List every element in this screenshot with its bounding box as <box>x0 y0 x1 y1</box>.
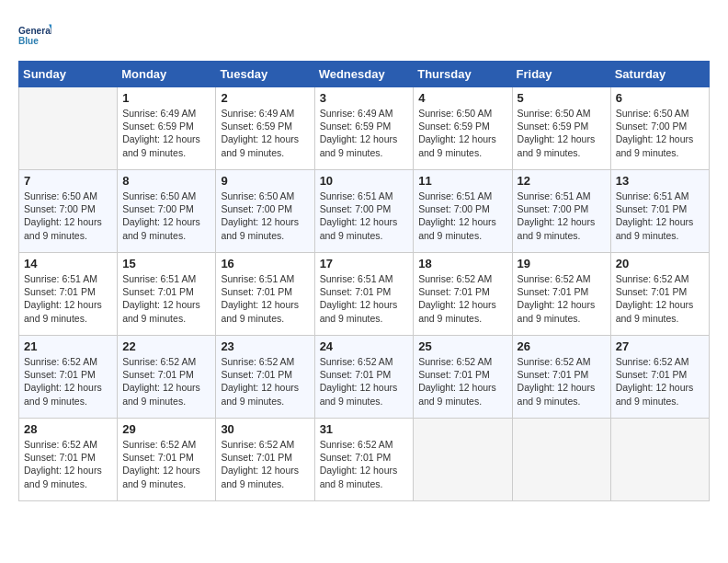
day-info: Sunrise: 6:51 AM Sunset: 7:01 PM Dayligh… <box>122 272 210 325</box>
calendar-cell <box>512 419 610 501</box>
day-info: Sunrise: 6:52 AM Sunset: 7:01 PM Dayligh… <box>418 355 506 408</box>
calendar-cell: 12Sunrise: 6:51 AM Sunset: 7:00 PM Dayli… <box>512 170 610 253</box>
day-number: 29 <box>122 422 210 436</box>
day-number: 5 <box>518 91 606 105</box>
calendar-cell: 7Sunrise: 6:50 AM Sunset: 7:00 PM Daylig… <box>19 170 118 253</box>
calendar-cell <box>19 87 118 170</box>
day-number: 30 <box>221 422 309 436</box>
day-info: Sunrise: 6:52 AM Sunset: 7:01 PM Dayligh… <box>518 355 606 408</box>
calendar-cell: 20Sunrise: 6:52 AM Sunset: 7:01 PM Dayli… <box>610 253 709 336</box>
col-header-wednesday: Wednesday <box>314 62 414 87</box>
day-info: Sunrise: 6:52 AM Sunset: 7:01 PM Dayligh… <box>320 355 409 408</box>
day-info: Sunrise: 6:49 AM Sunset: 6:59 PM Dayligh… <box>320 107 409 159</box>
col-header-friday: Friday <box>512 62 610 87</box>
col-header-monday: Monday <box>118 62 216 87</box>
day-info: Sunrise: 6:50 AM Sunset: 6:59 PM Dayligh… <box>418 107 506 159</box>
day-number: 22 <box>122 339 210 353</box>
logo: General Blue <box>18 18 51 52</box>
day-info: Sunrise: 6:49 AM Sunset: 6:59 PM Dayligh… <box>122 107 210 159</box>
calendar-cell: 16Sunrise: 6:51 AM Sunset: 7:01 PM Dayli… <box>216 253 314 336</box>
day-number: 3 <box>320 91 409 105</box>
calendar-cell: 6Sunrise: 6:50 AM Sunset: 7:00 PM Daylig… <box>610 87 709 170</box>
calendar-cell <box>414 419 512 501</box>
day-info: Sunrise: 6:50 AM Sunset: 6:59 PM Dayligh… <box>518 107 606 159</box>
day-number: 6 <box>616 91 704 105</box>
calendar-cell: 3Sunrise: 6:49 AM Sunset: 6:59 PM Daylig… <box>314 87 414 170</box>
calendar-cell: 22Sunrise: 6:52 AM Sunset: 7:01 PM Dayli… <box>118 336 216 419</box>
day-info: Sunrise: 6:52 AM Sunset: 7:01 PM Dayligh… <box>122 355 210 408</box>
calendar-cell: 19Sunrise: 6:52 AM Sunset: 7:01 PM Dayli… <box>512 253 610 336</box>
calendar-cell: 28Sunrise: 6:52 AM Sunset: 7:01 PM Dayli… <box>19 419 118 501</box>
calendar-cell: 24Sunrise: 6:52 AM Sunset: 7:01 PM Dayli… <box>314 336 414 419</box>
day-number: 18 <box>418 257 506 270</box>
col-header-tuesday: Tuesday <box>216 62 314 87</box>
page-header: General Blue <box>18 18 710 52</box>
day-number: 20 <box>616 257 704 270</box>
day-info: Sunrise: 6:52 AM Sunset: 7:01 PM Dayligh… <box>122 438 210 490</box>
day-number: 10 <box>320 174 409 188</box>
day-number: 25 <box>418 339 506 353</box>
day-number: 23 <box>221 339 309 353</box>
logo-svg: General Blue <box>18 18 51 52</box>
calendar-cell: 8Sunrise: 6:50 AM Sunset: 7:00 PM Daylig… <box>118 170 216 253</box>
day-info: Sunrise: 6:51 AM Sunset: 7:00 PM Dayligh… <box>518 190 606 242</box>
day-number: 28 <box>24 422 112 436</box>
calendar-week-2: 7Sunrise: 6:50 AM Sunset: 7:00 PM Daylig… <box>19 170 710 253</box>
day-info: Sunrise: 6:51 AM Sunset: 7:01 PM Dayligh… <box>320 272 409 325</box>
calendar-cell: 25Sunrise: 6:52 AM Sunset: 7:01 PM Dayli… <box>414 336 512 419</box>
day-number: 13 <box>616 174 704 188</box>
day-info: Sunrise: 6:52 AM Sunset: 7:01 PM Dayligh… <box>24 355 112 408</box>
day-number: 16 <box>221 257 309 270</box>
calendar-cell: 17Sunrise: 6:51 AM Sunset: 7:01 PM Dayli… <box>314 253 414 336</box>
col-header-saturday: Saturday <box>610 62 709 87</box>
day-number: 31 <box>320 422 409 436</box>
day-number: 24 <box>320 339 409 353</box>
day-info: Sunrise: 6:51 AM Sunset: 7:00 PM Dayligh… <box>320 190 409 242</box>
day-info: Sunrise: 6:52 AM Sunset: 7:01 PM Dayligh… <box>418 272 506 325</box>
calendar-cell: 9Sunrise: 6:50 AM Sunset: 7:00 PM Daylig… <box>216 170 314 253</box>
col-header-sunday: Sunday <box>19 62 118 87</box>
day-info: Sunrise: 6:51 AM Sunset: 7:01 PM Dayligh… <box>24 272 112 325</box>
calendar-week-3: 14Sunrise: 6:51 AM Sunset: 7:01 PM Dayli… <box>19 253 710 336</box>
day-info: Sunrise: 6:51 AM Sunset: 7:01 PM Dayligh… <box>221 272 309 325</box>
day-info: Sunrise: 6:51 AM Sunset: 7:00 PM Dayligh… <box>418 190 506 242</box>
day-number: 11 <box>418 174 506 188</box>
day-info: Sunrise: 6:52 AM Sunset: 7:01 PM Dayligh… <box>24 438 112 490</box>
calendar-cell: 11Sunrise: 6:51 AM Sunset: 7:00 PM Dayli… <box>414 170 512 253</box>
day-number: 15 <box>122 257 210 270</box>
day-info: Sunrise: 6:51 AM Sunset: 7:01 PM Dayligh… <box>616 190 704 242</box>
calendar-cell: 21Sunrise: 6:52 AM Sunset: 7:01 PM Dayli… <box>19 336 118 419</box>
calendar-cell: 4Sunrise: 6:50 AM Sunset: 6:59 PM Daylig… <box>414 87 512 170</box>
calendar-cell: 31Sunrise: 6:52 AM Sunset: 7:01 PM Dayli… <box>314 419 414 501</box>
day-number: 21 <box>24 339 112 353</box>
calendar-cell <box>610 419 709 501</box>
calendar-cell: 29Sunrise: 6:52 AM Sunset: 7:01 PM Dayli… <box>118 419 216 501</box>
calendar-cell: 5Sunrise: 6:50 AM Sunset: 6:59 PM Daylig… <box>512 87 610 170</box>
day-number: 2 <box>221 91 309 105</box>
col-header-thursday: Thursday <box>414 62 512 87</box>
day-number: 1 <box>122 91 210 105</box>
calendar-cell: 26Sunrise: 6:52 AM Sunset: 7:01 PM Dayli… <box>512 336 610 419</box>
day-number: 9 <box>221 174 309 188</box>
calendar-week-5: 28Sunrise: 6:52 AM Sunset: 7:01 PM Dayli… <box>19 419 710 501</box>
day-number: 7 <box>24 174 112 188</box>
svg-text:Blue: Blue <box>18 36 39 46</box>
day-info: Sunrise: 6:52 AM Sunset: 7:01 PM Dayligh… <box>518 272 606 325</box>
day-info: Sunrise: 6:50 AM Sunset: 7:00 PM Dayligh… <box>122 190 210 242</box>
day-info: Sunrise: 6:52 AM Sunset: 7:01 PM Dayligh… <box>616 355 704 408</box>
day-number: 27 <box>616 339 704 353</box>
day-info: Sunrise: 6:52 AM Sunset: 7:01 PM Dayligh… <box>221 438 309 490</box>
day-number: 14 <box>24 257 112 270</box>
day-number: 4 <box>418 91 506 105</box>
day-number: 12 <box>518 174 606 188</box>
day-info: Sunrise: 6:50 AM Sunset: 7:00 PM Dayligh… <box>221 190 309 242</box>
day-info: Sunrise: 6:49 AM Sunset: 6:59 PM Dayligh… <box>221 107 309 159</box>
calendar-table: SundayMondayTuesdayWednesdayThursdayFrid… <box>18 61 710 501</box>
day-info: Sunrise: 6:52 AM Sunset: 7:01 PM Dayligh… <box>221 355 309 408</box>
day-info: Sunrise: 6:50 AM Sunset: 7:00 PM Dayligh… <box>616 107 704 159</box>
calendar-week-1: 1Sunrise: 6:49 AM Sunset: 6:59 PM Daylig… <box>19 87 710 170</box>
day-number: 17 <box>320 257 409 270</box>
calendar-cell: 1Sunrise: 6:49 AM Sunset: 6:59 PM Daylig… <box>118 87 216 170</box>
day-info: Sunrise: 6:52 AM Sunset: 7:01 PM Dayligh… <box>616 272 704 325</box>
calendar-cell: 13Sunrise: 6:51 AM Sunset: 7:01 PM Dayli… <box>610 170 709 253</box>
